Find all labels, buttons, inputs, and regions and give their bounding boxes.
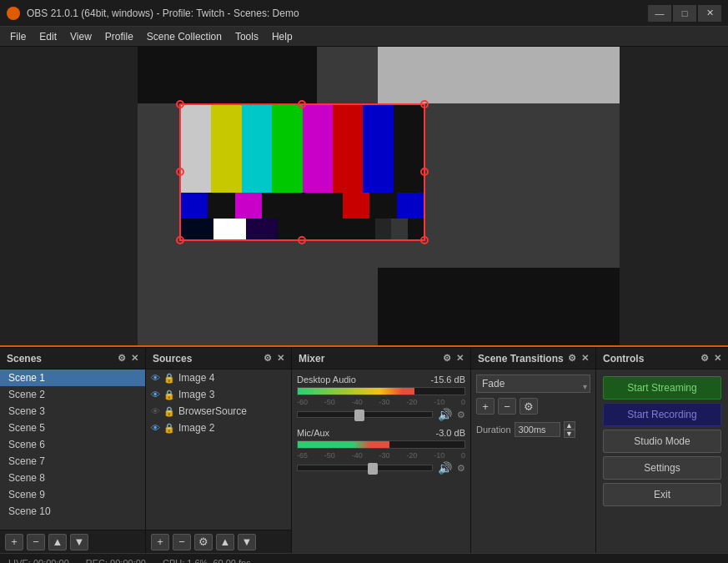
minimize-button[interactable]: —	[648, 5, 671, 22]
sources-down-button[interactable]: ▼	[238, 534, 256, 550]
scene-item[interactable]: Scene 9	[0, 486, 145, 503]
source-lock-icon[interactable]: 🔒	[163, 390, 175, 400]
controls-panel-title: Controls	[603, 353, 700, 364]
mixer-panel-header: Mixer ⚙ ✕	[292, 348, 470, 369]
menu-view[interactable]: View	[63, 28, 98, 46]
mixer-close-icon[interactable]: ✕	[456, 353, 464, 364]
handle-bl[interactable]	[176, 236, 184, 244]
desktop-audio-mute[interactable]: 🔊	[438, 408, 452, 421]
handle-tr[interactable]	[420, 100, 429, 108]
transition-config-button[interactable]: ⚙	[520, 398, 538, 415]
transitions-close-icon[interactable]: ✕	[581, 353, 589, 364]
handle-bm[interactable]	[298, 236, 306, 244]
sources-panel-icons: ⚙ ✕	[264, 353, 284, 364]
desktop-audio-controls: 🔊 ⚙	[297, 408, 465, 421]
transition-type-select[interactable]: Fade Cut Swipe Slide	[476, 374, 590, 393]
color-bars-bottom	[181, 193, 424, 239]
duration-input[interactable]	[515, 422, 560, 437]
scenes-add-button[interactable]: +	[5, 534, 23, 550]
sources-add-button[interactable]: +	[151, 534, 169, 550]
statusbar: LIVE: 00:00:00 REC: 00:00:00 CPU: 1.6%, …	[0, 553, 728, 563]
menu-profile[interactable]: Profile	[98, 28, 140, 46]
source-eye-icon[interactable]: 👁	[151, 423, 160, 433]
source-item[interactable]: 👁 🔒 Image 4	[146, 369, 291, 386]
maximize-button[interactable]: □	[673, 5, 696, 22]
scene-item[interactable]: Scene 5	[0, 420, 145, 436]
handle-tl[interactable]	[176, 100, 184, 108]
scenes-remove-button[interactable]: −	[27, 534, 45, 550]
sources-settings-button[interactable]: ⚙	[194, 534, 213, 550]
color-bars-source[interactable]	[179, 103, 425, 241]
menu-file[interactable]: File	[3, 28, 33, 46]
controls-content: Start Streaming Start Recording Studio M…	[596, 369, 728, 553]
duration-down-button[interactable]: ▼	[564, 430, 575, 438]
duration-spinner: ▲ ▼	[564, 421, 575, 438]
exit-button[interactable]: Exit	[603, 483, 721, 506]
scenes-close-icon[interactable]: ✕	[131, 353, 138, 364]
menu-tools[interactable]: Tools	[228, 28, 265, 46]
cpu-status: CPU: 1.6%, 60.00 fps	[163, 558, 251, 564]
source-eye-icon[interactable]: 👁	[151, 390, 160, 400]
transition-remove-button[interactable]: −	[498, 398, 516, 415]
handle-mr[interactable]	[420, 168, 429, 176]
transitions-config-icon[interactable]: ⚙	[568, 353, 576, 364]
close-button[interactable]: ✕	[698, 5, 721, 22]
scene-item[interactable]: Scene 3	[0, 403, 145, 420]
menu-help[interactable]: Help	[265, 28, 299, 46]
desktop-audio-fader[interactable]	[297, 411, 433, 418]
controls-config-icon[interactable]: ⚙	[700, 353, 709, 364]
source-label: Image 3	[178, 389, 214, 400]
source-item[interactable]: 👁 🔒 Image 2	[146, 420, 291, 436]
source-label: BrowserSource	[178, 405, 247, 417]
preview-dark-right	[620, 47, 728, 345]
scene-item[interactable]: Scene 10	[0, 503, 145, 520]
transitions-panel-icons: ⚙ ✕	[568, 353, 589, 364]
settings-button[interactable]: Settings	[603, 456, 721, 480]
mixer-config-icon[interactable]: ⚙	[443, 353, 451, 364]
handle-br[interactable]	[420, 236, 429, 244]
source-lock-icon[interactable]: 🔒	[163, 406, 175, 417]
scene-item[interactable]: Scene 6	[0, 436, 145, 453]
source-eye-disabled-icon[interactable]: 👁	[151, 406, 160, 416]
sources-close-icon[interactable]: ✕	[277, 353, 284, 364]
transitions-panel-header: Scene Transitions ⚙ ✕	[471, 348, 595, 369]
mixer-channel-desktop: Desktop Audio -15.6 dB -60-50-40-30-20-1…	[297, 374, 465, 421]
desktop-audio-settings[interactable]: ⚙	[457, 410, 465, 420]
scene-item[interactable]: Scene 1	[0, 369, 145, 386]
studio-mode-button[interactable]: Studio Mode	[603, 430, 721, 453]
menu-scene-collection[interactable]: Scene Collection	[140, 28, 228, 46]
sources-remove-button[interactable]: −	[173, 534, 191, 550]
scenes-down-button[interactable]: ▼	[70, 534, 88, 550]
db-scale: -60-50-40-30-20-100	[297, 398, 465, 406]
handle-ml[interactable]	[176, 168, 184, 176]
source-eye-icon[interactable]: 👁	[151, 373, 160, 383]
sources-up-button[interactable]: ▲	[216, 534, 234, 550]
scene-item[interactable]: Scene 8	[0, 470, 145, 486]
start-streaming-button[interactable]: Start Streaming	[603, 376, 721, 400]
handle-tm[interactable]	[298, 100, 306, 108]
transition-select-wrapper: Fade Cut Swipe Slide	[476, 374, 590, 398]
desktop-audio-db: -15.6 dB	[430, 374, 465, 385]
mic-aux-settings[interactable]: ⚙	[457, 463, 465, 474]
scenes-config-icon[interactable]: ⚙	[118, 353, 126, 364]
source-lock-icon[interactable]: 🔒	[163, 423, 175, 434]
cb-green	[272, 105, 302, 193]
scenes-up-button[interactable]: ▲	[48, 534, 67, 550]
menu-edit[interactable]: Edit	[33, 28, 63, 46]
mic-aux-knob[interactable]	[368, 463, 378, 475]
desktop-audio-knob[interactable]	[354, 410, 364, 421]
mic-aux-fader[interactable]	[297, 465, 433, 471]
scene-item[interactable]: Scene 2	[0, 386, 145, 403]
source-item[interactable]: 👁 🔒 BrowserSource	[146, 403, 291, 420]
scene-item[interactable]: Scene 7	[0, 453, 145, 470]
controls-close-icon[interactable]: ✕	[714, 353, 721, 364]
start-recording-button[interactable]: Start Recording	[603, 403, 721, 426]
source-lock-icon[interactable]: 🔒	[163, 373, 175, 384]
duration-up-button[interactable]: ▲	[564, 421, 575, 430]
desktop-audio-meter-fill	[298, 388, 414, 395]
source-item[interactable]: 👁 🔒 Image 3	[146, 386, 291, 403]
transition-add-button[interactable]: +	[476, 398, 495, 415]
mic-aux-mute[interactable]: 🔊	[438, 461, 452, 475]
sources-config-icon[interactable]: ⚙	[264, 353, 272, 364]
sources-panel-footer: + − ⚙ ▲ ▼	[146, 530, 291, 553]
